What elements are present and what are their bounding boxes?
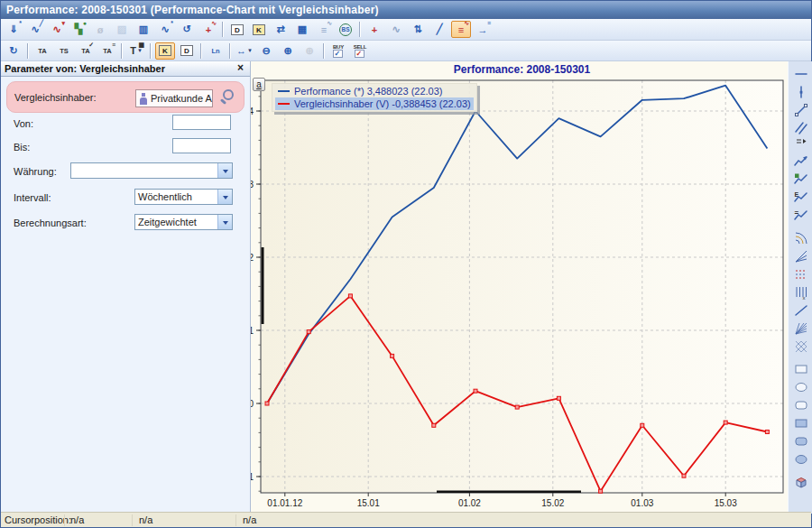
svg-text:15.01: 15.01	[357, 498, 380, 508]
chevron-down-icon[interactable]	[217, 190, 232, 204]
search-icon[interactable]	[220, 88, 240, 108]
panel-close-icon[interactable]: ×	[235, 63, 246, 74]
cube-3d-tool[interactable]	[790, 473, 812, 491]
ellipse-tool[interactable]	[790, 378, 812, 396]
chart-legend: Performance (*) 3,488023 (22.03)Vergleic…	[272, 83, 477, 112]
toolbar-expander[interactable]	[790, 137, 812, 148]
legend-label: Performance (*) 3,488023 (22.03)	[294, 86, 442, 97]
zoom-in-button[interactable]: ⊕	[278, 42, 298, 60]
multi-fan-tool[interactable]	[790, 320, 812, 338]
bar-chart-button[interactable]: ▥	[134, 21, 153, 38]
fibonacci-retracement-tool[interactable]	[790, 265, 812, 283]
ta-edit-button[interactable]: TA✓	[76, 42, 96, 60]
draw-ellipse-button[interactable]: ø	[90, 21, 110, 38]
overlay-lines-button[interactable]: ≡∿	[314, 21, 334, 38]
svg-text:-1: -1	[251, 472, 254, 482]
panel-header: Parameter von: Vergleichsinhaber ×	[1, 61, 250, 77]
insert-series-button[interactable]: ⇓*	[4, 21, 23, 38]
waehrung-label: Währung:	[14, 166, 57, 177]
ts-analysis-button[interactable]: TS	[54, 42, 74, 60]
ln-scale-button[interactable]: Ln	[206, 42, 226, 60]
performance-chart-button[interactable]: D	[177, 42, 197, 60]
grid-pattern-tool[interactable]	[790, 338, 812, 356]
person-icon	[139, 93, 148, 105]
trend-lines-button[interactable]: ∿	[386, 21, 406, 38]
fibonacci-fan-tool[interactable]	[790, 247, 812, 265]
daily-box-button[interactable]: D	[227, 21, 247, 38]
zoom-out-button[interactable]: ⊖	[256, 42, 276, 60]
draw-pencil-button[interactable]: ╱	[429, 21, 449, 38]
application-window: Performance: 2008-150301 (Performance-Ch…	[0, 0, 812, 528]
drawing-toolbar: E=x	[788, 61, 812, 514]
crosshair-button[interactable]: +	[364, 21, 384, 38]
regression-trend-tool[interactable]	[790, 153, 812, 171]
waehrung-dropdown[interactable]	[70, 162, 233, 179]
swap-axes-button[interactable]: ⇄	[271, 21, 291, 38]
rotate-chart-button[interactable]: ↺	[177, 21, 197, 38]
fibonacci-timezones-tool[interactable]: x	[790, 283, 812, 301]
area-chart-button[interactable]: ▨	[112, 21, 132, 38]
filled-rectangle-tool[interactable]	[790, 414, 812, 432]
toolbar-separator	[323, 43, 325, 59]
indicator-list-button[interactable]: →≡	[473, 21, 493, 38]
trend-channel-tool[interactable]	[790, 171, 812, 189]
bis-input[interactable]	[172, 138, 231, 153]
toolbar-separator	[200, 43, 202, 59]
berechnungsart-dropdown[interactable]: Zeitgewichtet	[134, 214, 233, 230]
performance-plot[interactable]: 43210-101.01.1215.0101.0215.0201.0315.03	[251, 61, 788, 514]
sell-marks-button[interactable]: SELL✓	[350, 42, 370, 60]
vergleichsinhaber-field[interactable]: Privatkunde A	[135, 89, 213, 107]
horizontal-line-tool[interactable]	[790, 65, 812, 83]
cursorposition-x-value: n/a	[64, 514, 132, 526]
status-bar: Cursorposition: n/a n/a n/a	[1, 512, 811, 527]
kurs-chart-button[interactable]: K	[155, 42, 175, 60]
period-grid-button[interactable]: T▦▼	[126, 42, 146, 60]
filled-ellipse-tool[interactable]	[790, 450, 812, 468]
berechnungsart-label: Berechnungsart:	[14, 218, 87, 228]
candle-box-button[interactable]: K	[249, 21, 269, 38]
fit-width-button[interactable]: ↔▼	[235, 42, 254, 60]
main-content: Parameter von: Vergleichsinhaber × Vergl…	[1, 61, 811, 514]
toolbar-separator	[27, 43, 29, 59]
svg-text:=: =	[794, 208, 798, 217]
rounded-rect-tool[interactable]	[790, 396, 812, 414]
chevron-down-icon[interactable]	[217, 163, 232, 178]
deviation-channel-tool[interactable]: =	[790, 207, 812, 225]
portfolio-button[interactable]: ▚●	[69, 21, 88, 38]
ta-settings-button[interactable]: TA≡	[97, 42, 117, 60]
legend-item[interactable]: Performance (*) 3,488023 (22.03)	[275, 85, 474, 97]
vertical-line-tool[interactable]	[790, 83, 812, 101]
legend-color-dash	[278, 103, 290, 105]
svg-text:01.03: 01.03	[631, 498, 653, 508]
buy-sell-signal-button[interactable]: BS	[336, 21, 355, 38]
filled-rounded-rect-tool[interactable]	[790, 432, 812, 450]
compare-chart-button[interactable]: ∿╱	[25, 21, 45, 38]
minmax-chart-button[interactable]: ∿▾	[47, 21, 67, 38]
svg-text:4: 4	[251, 107, 254, 116]
buy-marks-button[interactable]: BUY✓	[328, 42, 348, 60]
refresh-button[interactable]: ↻	[4, 42, 23, 60]
line-star-chart-button[interactable]: ∿*	[155, 21, 175, 38]
toolbar-separator	[150, 43, 152, 59]
rectangle-tool[interactable]	[790, 360, 812, 378]
legend-toggle-button[interactable]: ≡∿	[451, 21, 471, 38]
parallel-channel-tool[interactable]	[790, 119, 812, 137]
svg-text:2: 2	[251, 253, 254, 263]
cursor-arrows-button[interactable]: ⇅	[408, 21, 428, 38]
fibonacci-arcs-tool[interactable]	[790, 229, 812, 247]
axis-text-button[interactable]: a	[253, 78, 265, 91]
intervall-dropdown[interactable]: Wöchentlich	[134, 189, 233, 205]
legend-label: Vergleichsinhaber (V) -0,388453 (22.03)	[294, 98, 471, 109]
add-line-button[interactable]: +∿	[198, 21, 218, 38]
zoom-window-button[interactable]: ⊕	[300, 42, 319, 60]
grid-toggle-button[interactable]: ▦	[292, 21, 312, 38]
chevron-down-icon[interactable]	[217, 215, 232, 229]
error-channel-tool[interactable]: E	[790, 189, 812, 207]
vergleichsinhaber-label: Vergleichsinhaber:	[14, 92, 97, 103]
legend-item[interactable]: Vergleichsinhaber (V) -0,388453 (22.03)	[275, 97, 474, 110]
line-tool[interactable]	[790, 301, 812, 320]
trendline-tool[interactable]	[790, 101, 812, 119]
vergleichsinhaber-value: Privatkunde A	[151, 93, 212, 104]
von-input[interactable]	[172, 115, 231, 130]
ta-analysis-button[interactable]: TA	[32, 42, 52, 60]
